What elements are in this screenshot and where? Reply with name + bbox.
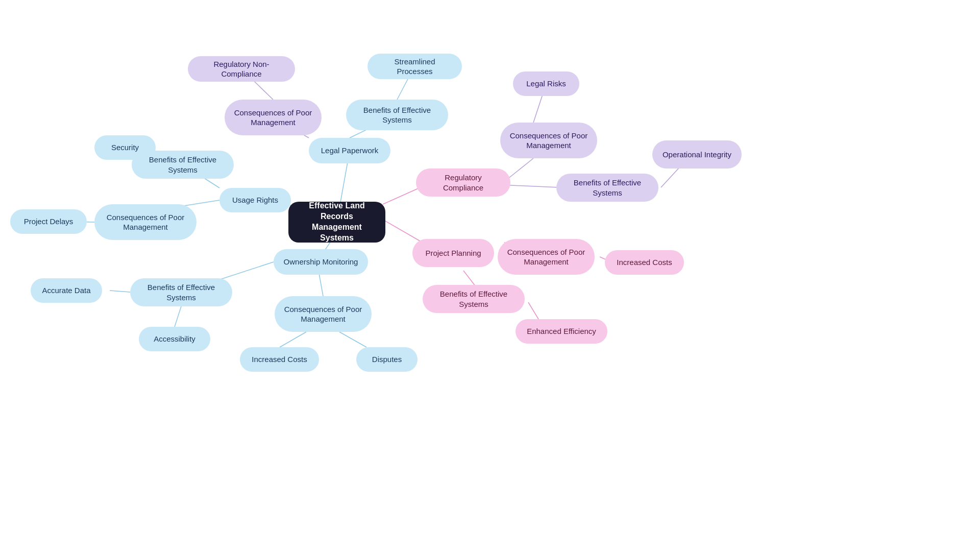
consequences-purple-top-node[interactable]: Consequences of Poor Management xyxy=(225,100,322,135)
consequences-pink-node[interactable]: Consequences of Poor Management xyxy=(498,239,595,275)
ownership-monitoring-node[interactable]: Ownership Monitoring xyxy=(274,249,368,275)
svg-line-22 xyxy=(383,220,423,243)
regulatory-compliance-node[interactable]: Regulatory Compliance xyxy=(416,169,510,197)
svg-line-16 xyxy=(339,332,366,347)
accurate-data-node[interactable]: Accurate Data xyxy=(31,278,102,303)
benefits-purple-right-node[interactable]: Benefits of Effective Systems xyxy=(556,174,658,202)
legal-risks-node[interactable]: Legal Risks xyxy=(513,71,579,96)
operational-integrity-node[interactable]: Operational Integrity xyxy=(652,140,742,169)
increased-costs-blue-node[interactable]: Increased Costs xyxy=(240,347,319,372)
consequences-blue-left-node[interactable]: Consequences of Poor Management xyxy=(94,204,197,240)
connections-svg xyxy=(0,0,980,553)
benefits-top-node[interactable]: Benefits of Effective Systems xyxy=(346,100,448,130)
regulatory-noncompliance-node[interactable]: Regulatory Non-Compliance xyxy=(188,56,295,82)
benefits-pink-node[interactable]: Benefits of Effective Systems xyxy=(423,285,525,313)
project-delays-node[interactable]: Project Delays xyxy=(10,209,87,234)
consequences-purple-right-node[interactable]: Consequences of Poor Management xyxy=(500,123,597,158)
usage-rights-node[interactable]: Usage Rights xyxy=(219,188,291,212)
consequences-blue-bottom-node[interactable]: Consequences of Poor Management xyxy=(275,296,372,332)
increased-costs-pink-node[interactable]: Increased Costs xyxy=(605,250,684,275)
svg-line-13 xyxy=(175,306,181,327)
accessibility-node[interactable]: Accessibility xyxy=(139,327,210,351)
svg-line-26 xyxy=(528,302,538,319)
mind-map: Effective Land Records Management System… xyxy=(0,0,980,553)
benefits-left-node[interactable]: Benefits of Effective Systems xyxy=(132,151,234,179)
svg-line-15 xyxy=(280,332,306,347)
project-planning-node[interactable]: Project Planning xyxy=(412,239,494,267)
disputes-node[interactable]: Disputes xyxy=(356,347,418,372)
streamlined-processes-node[interactable]: Streamlined Processes xyxy=(368,54,462,79)
legal-paperwork-node[interactable]: Legal Paperwork xyxy=(309,138,390,163)
center-node[interactable]: Effective Land Records Management System… xyxy=(288,202,385,243)
enhanced-efficiency-node[interactable]: Enhanced Efficiency xyxy=(516,319,607,344)
svg-line-12 xyxy=(110,291,130,292)
benefits-lower-node[interactable]: Benefits of Effective Systems xyxy=(130,278,232,306)
